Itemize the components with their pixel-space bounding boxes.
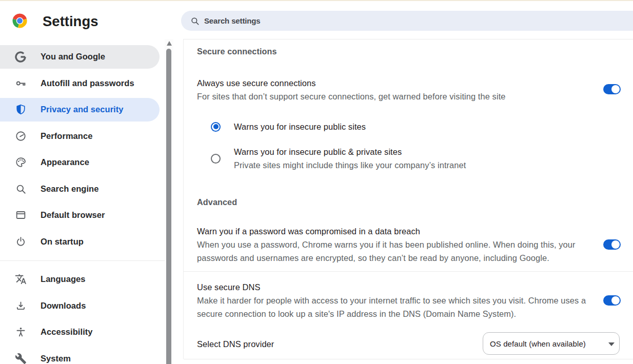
sidebar-item-on-startup[interactable]: On startup	[0, 230, 160, 253]
key-icon	[14, 77, 27, 89]
sidebar-item-autofill-and-passwords[interactable]: Autofill and passwords	[0, 71, 160, 95]
scrollbar-up-arrow[interactable]	[167, 41, 172, 46]
translate-icon	[14, 273, 27, 286]
radio-warn-public-private-sites[interactable]	[211, 154, 221, 164]
section-divider	[184, 271, 633, 272]
radio-warn-public-private-sites-label: Warns you for insecure public & private …	[234, 145, 466, 172]
password-breach-toggle[interactable]	[603, 239, 621, 250]
download-icon	[14, 299, 27, 312]
dns-provider-label: Select DNS provider	[197, 337, 274, 351]
sidebar-item-appearance[interactable]: Appearance	[0, 151, 160, 174]
radio-warn-public-sites[interactable]	[211, 122, 221, 132]
search-icon	[190, 16, 200, 26]
page-title: Settings	[43, 13, 98, 30]
search-settings-field[interactable]: Search settings	[181, 11, 633, 31]
power-icon	[14, 235, 27, 248]
sidebar-item-privacy-and-security[interactable]: Privacy and security	[0, 98, 160, 122]
toggle-knob	[611, 296, 620, 305]
palette-icon	[14, 156, 27, 169]
dns-provider-value: OS default (when available)	[490, 339, 586, 348]
sidebar-item-default-browser[interactable]: Default browser	[0, 204, 160, 227]
sidebar-item-accessibility[interactable]: Accessibility	[0, 320, 160, 344]
sidebar-item-label: You and Google	[41, 52, 105, 62]
sidebar-item-label: On startup	[41, 237, 84, 247]
sidebar-item-label: Languages	[41, 274, 86, 284]
sidebar-item-label: Downloads	[41, 301, 86, 311]
accessibility-person-icon	[14, 326, 27, 338]
secure-dns-description: Make it harder for people with access to…	[197, 294, 586, 320]
settings-menu: You and Google Autofill and passwords Pr…	[0, 39, 160, 364]
description-line: secure connection to look up a site's IP…	[197, 307, 586, 320]
dns-provider-select[interactable]: OS default (when available)	[483, 332, 620, 355]
toggle-knob	[611, 85, 620, 93]
menu-separator	[0, 260, 167, 261]
settings-toolbar: Settings Search settings	[0, 1, 633, 39]
sidebar-item-label: Default browser	[41, 210, 105, 220]
browser-window-icon	[14, 209, 27, 221]
description-line: Make it harder for people with access to…	[197, 294, 586, 307]
chrome-logo-icon	[12, 13, 27, 28]
sidebar-item-label: Privacy and security	[41, 105, 124, 114]
toggle-knob	[611, 240, 620, 249]
sidebar-item-search-engine[interactable]: Search engine	[0, 177, 160, 200]
sidebar-item-label: Performance	[41, 131, 92, 141]
sidebar-item-label: Search engine	[41, 184, 98, 194]
content-left-border	[183, 39, 184, 359]
section-divider	[184, 359, 633, 359]
sidebar-item-performance[interactable]: Performance	[0, 124, 160, 148]
secure-dns-toggle[interactable]	[603, 295, 621, 306]
secure-dns-title: Use secure DNS	[197, 280, 260, 294]
content-top-border	[183, 39, 633, 39]
sidebar-item-label: Accessibility	[41, 327, 93, 337]
sidebar-item-you-and-google[interactable]: You and Google	[0, 45, 160, 69]
sidebar-item-downloads[interactable]: Downloads	[0, 294, 160, 317]
section-heading-secure-connections: Secure connections	[197, 46, 277, 57]
always-https-title: Always use secure connections	[197, 76, 316, 90]
always-https-description: For sites that don’t support secure conn…	[197, 90, 506, 103]
sidebar-item-label: Autofill and passwords	[41, 78, 134, 88]
wrench-icon	[14, 352, 27, 364]
sidebar-item-languages[interactable]: Languages	[0, 268, 160, 291]
always-https-toggle[interactable]	[603, 84, 621, 94]
security-shield-icon	[14, 104, 27, 116]
radio-warn-public-sites-label: Warns you for insecure public sites	[234, 120, 366, 133]
google-g-icon	[14, 51, 27, 63]
radio-label-line: Warns you for insecure public & private …	[234, 145, 466, 158]
sidebar-item-system[interactable]: System	[0, 347, 160, 364]
dropdown-caret-icon	[608, 342, 615, 346]
sidebar-item-label: System	[41, 354, 71, 363]
description-line: passwords and usernames are encrypted, s…	[197, 251, 576, 265]
radio-sublabel-line: Private sites might include things like …	[234, 158, 466, 172]
magnifier-icon	[14, 183, 27, 195]
sidebar-item-label: Appearance	[41, 157, 89, 167]
scrollbar-thumb[interactable]	[166, 49, 171, 364]
password-breach-title: Warn you if a password was compromised i…	[197, 225, 420, 238]
password-breach-description: When you use a password, Chrome warns yo…	[197, 238, 576, 265]
description-line: When you use a password, Chrome warns yo…	[197, 238, 576, 251]
section-heading-advanced: Advanced	[197, 196, 237, 208]
search-placeholder: Search settings	[204, 16, 260, 25]
speedometer-icon	[14, 130, 27, 142]
